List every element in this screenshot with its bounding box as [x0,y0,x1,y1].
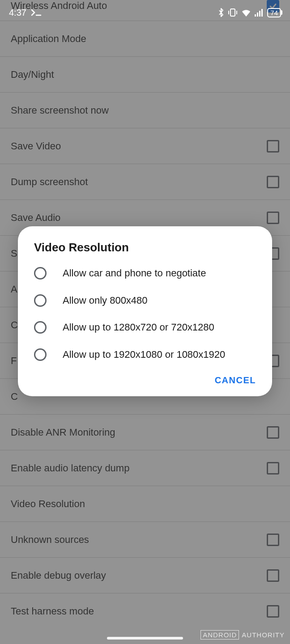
dialog-option-label: Allow up to 1280x720 or 720x1280 [63,321,214,334]
battery-icon: 74 [267,8,281,17]
battery-level: 74 [270,9,278,17]
status-bar: 4:37 74 [0,0,290,25]
video-resolution-dialog: Video Resolution Allow car and phone to … [18,226,272,396]
bluetooth-icon [218,8,224,17]
dialog-option[interactable]: Allow up to 1280x720 or 720x1280 [18,314,272,341]
vibrate-icon [228,8,238,17]
svg-rect-6 [259,11,260,17]
signal-icon [255,8,264,17]
dialog-option[interactable]: Allow up to 1920x1080 or 1080x1920 [18,341,272,369]
status-time: 4:37 [9,8,26,18]
radio-icon [34,294,47,307]
dialog-title: Video Resolution [18,241,272,260]
cancel-button[interactable]: Cancel [215,375,256,386]
radio-icon [34,321,47,334]
dialog-option-label: Allow only 800x480 [63,294,148,307]
wifi-icon [241,8,251,17]
dialog-option[interactable]: Allow only 800x480 [18,287,272,314]
svg-rect-4 [255,14,256,17]
dialog-option-label: Allow up to 1920x1080 or 1080x1920 [63,348,225,361]
watermark: ANDROID AUTHORITY [200,630,285,640]
radio-icon [34,267,47,280]
nav-bar-indicator[interactable] [107,637,183,640]
svg-rect-7 [261,9,263,17]
dialog-option[interactable]: Allow car and phone to negotiate [18,260,272,287]
terminal-icon [31,9,42,16]
watermark-boxed: ANDROID [200,630,239,640]
watermark-rest: AUTHORITY [242,631,285,639]
dialog-option-label: Allow car and phone to negotiate [63,267,206,280]
svg-rect-1 [230,9,235,16]
radio-icon [34,348,47,361]
svg-rect-5 [257,13,258,17]
